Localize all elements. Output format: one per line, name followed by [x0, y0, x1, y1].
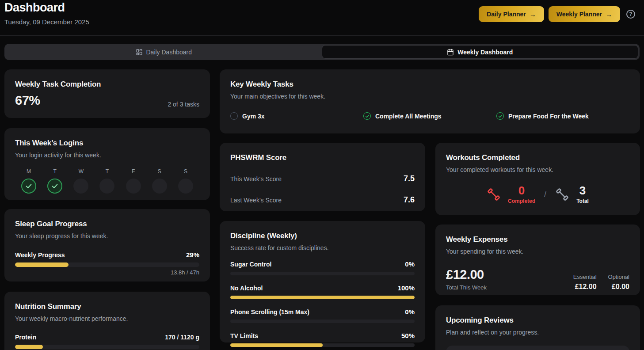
discipline-percent: 0%: [405, 308, 415, 316]
card-title: Workouts Completed: [446, 153, 629, 162]
check-icon: [498, 114, 503, 118]
login-day: S: [178, 168, 193, 194]
nutrition-item: Protein 170 / 1120 g: [15, 334, 199, 349]
weekly-dashboard-page: Dashboard Tuesday, 09 December 2025 Dail…: [0, 0, 644, 350]
task-status-circle-icon: [230, 112, 238, 120]
check-icon: [365, 114, 370, 118]
card-subtitle: Plan and reflect on your progress.: [446, 329, 629, 336]
discipline-label: Phone Scrolling (15m Max): [230, 308, 309, 316]
login-day: T: [47, 168, 62, 194]
nutrient-value: 170 / 1120 g: [165, 334, 199, 341]
discipline-item: No Alcohol 100%: [230, 284, 415, 299]
page-title: Dashboard: [4, 1, 65, 15]
daily-planner-label: Daily Planner: [487, 11, 526, 18]
card-subtitle: Your completed workouts for this week.: [446, 166, 629, 173]
card-title: PHSWRM Score: [230, 153, 415, 162]
task-status-circle-icon: [496, 112, 504, 120]
key-task-label: Complete All Meetings: [375, 113, 442, 120]
tab-weekly-label: Weekly Dashboard: [457, 49, 513, 56]
card-phswrm-score: PHSWRM Score This Week's Score 7.5 Last …: [220, 143, 425, 211]
discipline-bar: [230, 296, 415, 299]
expenses-optional: Optional £0.00: [608, 274, 629, 291]
sleep-progress-label: Weekly Progress: [15, 251, 65, 259]
tab-weekly-dashboard[interactable]: Weekly Dashboard: [322, 45, 639, 59]
card-title: Weekly Task Completion: [15, 80, 199, 89]
card-title: This Week’s Logins: [15, 139, 199, 148]
discipline-item: TV Limits 50%: [230, 332, 415, 347]
score-value: 7.6: [404, 195, 415, 205]
discipline-bar: [230, 320, 415, 323]
login-status-circle: [178, 179, 193, 194]
check-icon: [51, 183, 58, 190]
login-day: M: [21, 168, 36, 194]
card-weekly-task-completion: Weekly Task Completion 67% 2 of 3 tasks: [4, 69, 210, 118]
card-title: Weekly Expenses: [446, 235, 629, 244]
day-label: M: [27, 168, 31, 175]
day-label: T: [106, 168, 109, 175]
daily-planner-button[interactable]: Daily Planner →: [479, 6, 544, 22]
key-task-item[interactable]: Complete All Meetings: [363, 112, 496, 120]
dumbbell-icon: [487, 187, 501, 202]
key-task-label: Prepare Food For the Week: [508, 113, 589, 120]
card-title: Sleep Goal Progress: [15, 220, 199, 228]
discipline-label: Sugar Control: [230, 261, 271, 268]
discipline-percent: 50%: [401, 332, 415, 339]
task-status-circle-icon: [363, 112, 371, 120]
tab-daily-label: Daily Dashboard: [146, 49, 192, 56]
card-subtitle: Success rate for custom disciplines.: [230, 244, 415, 251]
nutrient-bar: [15, 345, 199, 349]
card-upcoming-reviews: Upcoming Reviews Plan and reflect on you…: [435, 305, 640, 350]
score-label: This Week's Score: [230, 175, 282, 183]
card-key-weekly-tasks: Key Weekly Tasks Your main objectives fo…: [220, 69, 640, 133]
tab-daily-dashboard[interactable]: Daily Dashboard: [6, 45, 322, 59]
workouts-total-value: 3: [579, 185, 586, 196]
discipline-bar: [230, 272, 415, 275]
login-status-circle: [99, 179, 114, 194]
day-label: T: [53, 168, 56, 175]
help-icon[interactable]: ?: [626, 10, 635, 19]
review-list-item[interactable]: [446, 346, 629, 350]
weekly-planner-button[interactable]: Weekly Planner →: [549, 6, 620, 22]
login-day: F: [126, 168, 141, 194]
card-subtitle: Your weekly macro-nutrient performance.: [15, 315, 199, 322]
current-date: Tuesday, 09 December 2025: [4, 18, 89, 26]
dumbbell-icon: [555, 187, 569, 202]
login-day: S: [152, 168, 167, 194]
day-label: S: [158, 168, 161, 175]
divider-slash: /: [542, 190, 548, 199]
score-row: This Week's Score 7.5: [230, 174, 415, 183]
workouts-completed-label: Completed: [508, 198, 535, 204]
workouts-completed-value: 0: [518, 185, 525, 196]
workout-stats: 0 Completed / 3 Total: [446, 185, 629, 204]
card-title: Discipline (Weekly): [230, 232, 415, 240]
arrow-right-icon: →: [530, 11, 536, 18]
card-title: Nutrition Summary: [15, 302, 199, 311]
card-subtitle: Your main objectives for this week.: [230, 93, 629, 100]
card-workouts-completed: Workouts Completed Your completed workou…: [435, 143, 640, 215]
expenses-total: £12.00: [446, 268, 487, 281]
sleep-progress-fill: [15, 262, 69, 267]
login-days-row: M T W T: [15, 168, 199, 194]
expenses-essential: Essential £12.00: [573, 274, 597, 291]
discipline-fill: [230, 343, 323, 347]
card-weekly-logins: This Week’s Logins Your login activity f…: [4, 128, 210, 200]
task-completion-percent: 67%: [15, 93, 40, 108]
essential-label: Essential: [573, 274, 597, 280]
day-label: S: [184, 168, 187, 175]
discipline-bar: [230, 343, 415, 347]
dashboard-tabs: Daily Dashboard Weekly Dashboard: [4, 44, 640, 60]
key-task-item[interactable]: Gym 3x: [230, 112, 363, 120]
essential-value: £12.00: [575, 283, 597, 291]
card-nutrition-summary: Nutrition Summary Your weekly macro-nutr…: [4, 292, 210, 350]
key-task-item[interactable]: Prepare Food For the Week: [496, 112, 629, 120]
check-icon: [25, 183, 32, 190]
key-tasks-list: Gym 3x Complete All Meetings Prepare Foo…: [230, 112, 629, 120]
workouts-total-label: Total: [576, 198, 589, 204]
login-status-circle: [126, 179, 141, 194]
task-completion-summary: 2 of 3 tasks: [168, 101, 199, 108]
discipline-percent: 0%: [405, 260, 415, 268]
card-title: Key Weekly Tasks: [230, 80, 629, 89]
sleep-progress-percent: 29%: [186, 251, 199, 259]
card-weekly-expenses: Weekly Expenses Your spending for this w…: [435, 224, 640, 295]
login-day: W: [73, 168, 88, 194]
